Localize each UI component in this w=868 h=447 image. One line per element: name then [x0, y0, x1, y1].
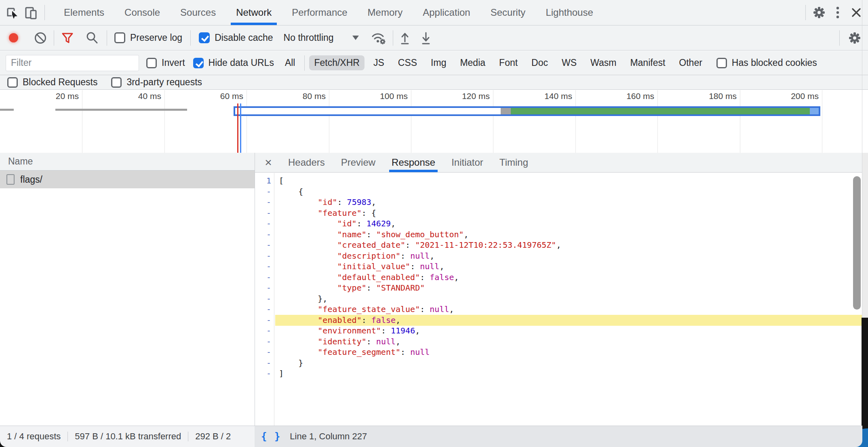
response-line: - "identity": null,: [255, 336, 868, 347]
inspect-element-button[interactable]: [3, 3, 22, 22]
filter-toggle-button[interactable]: [61, 31, 74, 45]
request-name: flags/: [20, 174, 42, 185]
detail-tab-response[interactable]: Response: [383, 153, 443, 172]
response-line: - {: [255, 186, 868, 197]
code-text: },: [275, 293, 868, 304]
response-line: -]: [255, 368, 868, 379]
page-background-strip: [862, 318, 868, 447]
page-event-line: [237, 103, 238, 153]
preserve-log-checkbox[interactable]: Preserve log: [114, 32, 182, 43]
code-text: "enabled": false,: [275, 315, 868, 326]
hide-data-urls-checkbox[interactable]: Hide data URLs: [193, 57, 274, 68]
tab-performance[interactable]: Performance: [282, 0, 357, 25]
requests-table-header[interactable]: Name: [0, 153, 255, 171]
filter-pill-fetchxhr[interactable]: Fetch/XHR: [309, 55, 364, 70]
line-number: -: [255, 336, 275, 347]
network-settings-button[interactable]: [845, 29, 864, 47]
line-number: -: [255, 272, 275, 283]
detail-tab-preview[interactable]: Preview: [333, 153, 383, 172]
close-devtools-button[interactable]: [847, 3, 866, 22]
line-number: -: [255, 208, 275, 219]
more-options-button[interactable]: [828, 3, 847, 22]
timeline-gridline: [82, 90, 82, 153]
network-conditions-button[interactable]: [371, 31, 387, 45]
import-har-button[interactable]: [399, 31, 411, 45]
format-button[interactable]: { }: [261, 431, 281, 442]
filter-pill-manifest[interactable]: Manifest: [625, 55, 670, 70]
code-text: "feature_state_value": null,: [275, 304, 868, 315]
filter-pill-css[interactable]: CSS: [393, 55, 422, 70]
close-icon: [850, 6, 862, 19]
has-blocked-cookies-checkbox[interactable]: Has blocked cookies: [716, 57, 817, 68]
timeline-tick-label: 40 ms: [105, 91, 161, 101]
code-text: "description": null,: [275, 251, 868, 261]
timeline-tick-label: 140 ms: [516, 91, 572, 101]
filter-pill-js[interactable]: JS: [369, 55, 389, 70]
response-line: - "type": "STANDARD": [255, 283, 868, 293]
tab-sources[interactable]: Sources: [170, 0, 226, 25]
filter-pill-other[interactable]: Other: [674, 55, 707, 70]
checkbox-unchecked: [146, 58, 157, 68]
filter-input[interactable]: [6, 55, 139, 71]
summary-requests-count: 1 / 4 requests: [0, 431, 67, 442]
tab-lighthouse[interactable]: Lighthouse: [535, 0, 603, 25]
settings-icon: [848, 31, 862, 45]
response-code-pane: 1[- {- "id": 75983,- "feature": {- "id":…: [255, 173, 868, 426]
overview-selected-request-bar: [234, 106, 820, 116]
record-button[interactable]: [9, 33, 18, 42]
clear-icon: [34, 31, 47, 45]
line-number: -: [255, 186, 275, 197]
page-event-line: [240, 103, 241, 153]
tab-elements[interactable]: Elements: [54, 0, 114, 25]
code-text: "feature_segment": null: [275, 347, 868, 358]
filter-pill-doc[interactable]: Doc: [527, 55, 553, 70]
third-party-requests-checkbox[interactable]: 3rd-party requests: [111, 77, 202, 88]
filter-pill-all[interactable]: All: [280, 55, 300, 70]
line-number: -: [255, 293, 275, 304]
source-status-bar: { } Line 1, Column 227: [255, 426, 862, 447]
disable-cache-checkbox[interactable]: Disable cache: [199, 32, 273, 43]
close-detail-button[interactable]: ×: [259, 153, 278, 172]
export-har-button[interactable]: [420, 31, 432, 45]
timeline-tick-label: 160 ms: [598, 91, 654, 101]
overview-bar-segment: [501, 108, 511, 114]
close-icon: ×: [265, 156, 272, 169]
tab-console[interactable]: Console: [114, 0, 170, 25]
line-number: -: [255, 251, 275, 261]
detail-tab-timing[interactable]: Timing: [491, 153, 536, 172]
toolbar-divider: [190, 30, 191, 46]
throttling-select[interactable]: No throttling: [284, 32, 359, 43]
filter-pill-ws[interactable]: WS: [557, 55, 581, 70]
network-overview-timeline[interactable]: 20 ms40 ms60 ms80 ms100 ms120 ms140 ms16…: [0, 90, 868, 153]
search-button[interactable]: [85, 31, 99, 45]
filter-pill-media[interactable]: Media: [455, 55, 490, 70]
filter-pill-img[interactable]: Img: [426, 55, 451, 70]
filter-pill-font[interactable]: Font: [494, 55, 522, 70]
invert-checkbox[interactable]: Invert: [146, 57, 185, 68]
devtools-window: ElementsConsoleSourcesNetworkPerformance…: [0, 0, 868, 447]
request-row-flags[interactable]: flags/: [0, 171, 255, 188]
code-text: ]: [275, 368, 868, 379]
timeline-gridline: [329, 90, 329, 153]
tab-memory[interactable]: Memory: [358, 0, 413, 25]
tab-network[interactable]: Network: [226, 0, 282, 25]
timeline-gridline: [411, 90, 411, 153]
tab-security[interactable]: Security: [480, 0, 536, 25]
clear-button[interactable]: [34, 31, 47, 45]
detail-tab-headers[interactable]: Headers: [280, 153, 333, 172]
filter-pill-wasm[interactable]: Wasm: [586, 55, 621, 70]
hide-data-urls-label: Hide data URLs: [209, 57, 274, 68]
checkbox-unchecked: [716, 58, 727, 68]
line-number: -: [255, 304, 275, 315]
response-line: - "feature": {: [255, 208, 868, 219]
timeline-gridline: [246, 90, 247, 153]
blocked-requests-checkbox[interactable]: Blocked Requests: [7, 77, 97, 88]
tab-application[interactable]: Application: [413, 0, 480, 25]
device-toolbar-button[interactable]: [22, 3, 40, 22]
network-summary-bar: 1 / 4 requests597 B / 10.1 kB transferre…: [0, 426, 255, 447]
line-number: -: [255, 218, 275, 229]
detail-tab-initiator[interactable]: Initiator: [443, 153, 491, 172]
settings-button[interactable]: [810, 3, 828, 22]
code-text: "default_enabled": false,: [275, 272, 868, 283]
filter-divider: [304, 55, 305, 71]
